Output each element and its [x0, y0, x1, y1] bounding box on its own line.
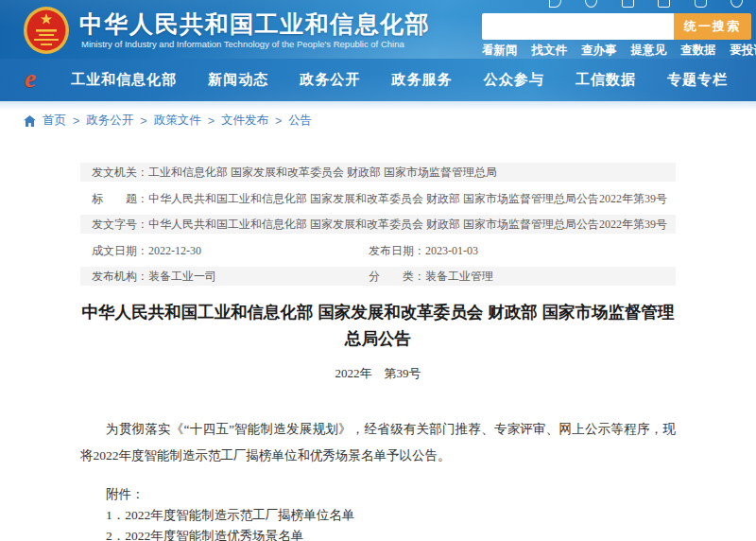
breadcrumb-gov-open[interactable]: 政务公开: [86, 113, 133, 129]
meta-label: 发布日期：: [369, 241, 425, 260]
quick-link-complaint[interactable]: 要投诉: [730, 43, 756, 59]
attachments-section: 附件： 1．2022年度智能制造示范工厂揭榜单位名单 2．2022年度智能制造优…: [80, 484, 676, 541]
breadcrumb-home[interactable]: 首页: [43, 113, 66, 129]
nav-item-miit[interactable]: 工业和信息化部: [71, 71, 177, 89]
meta-value: 装备工业管理: [425, 267, 493, 286]
attachment-item-1[interactable]: 1．2022年度智能制造示范工厂揭榜单位名单: [80, 505, 676, 526]
nav-item-news[interactable]: 新闻动态: [208, 71, 268, 89]
meta-label: 成文日期：: [92, 241, 148, 260]
breadcrumb-separator: >: [140, 114, 146, 128]
attachment-item-2[interactable]: 2．2022年度智能制造优秀场景名单: [80, 526, 676, 541]
site-header: 中华人民共和国工业和信息化部 Ministry of Industry and …: [0, 0, 756, 59]
meta-value: 中华人民共和国工业和信息化部 国家发展和改革委员会 财政部 国家市场监督管理总局…: [148, 189, 667, 208]
miit-e-logo-icon: e: [25, 64, 36, 94]
help-icon[interactable]: [730, 0, 743, 8]
building-icon[interactable]: [622, 0, 634, 8]
document-issue-number: 2022年 第39号: [80, 365, 676, 382]
meta-value: 工业和信息化部 国家发展和改革委员会 财政部 国家市场监督管理总局: [148, 163, 497, 182]
utility-icon-row: [549, 0, 743, 9]
quick-link-documents[interactable]: 找文件: [532, 43, 568, 59]
nav-item-gov-open[interactable]: 政务公开: [300, 71, 360, 89]
nav-item-data[interactable]: 工信数据: [576, 71, 636, 89]
nav-item-participation[interactable]: 公众参与: [484, 71, 544, 89]
meta-label: 分 类：: [369, 267, 425, 286]
search-bar: 统一搜索: [482, 13, 751, 40]
site-subtitle: Ministry of Industry and Information Tec…: [81, 39, 404, 49]
meta-label: 发布机构：: [92, 267, 148, 286]
meta-value: 2023-01-03: [425, 241, 478, 260]
quick-links: 看新闻 找文件 查办事 提意见 查数据 要投诉: [482, 43, 756, 59]
meta-col-publish-date: 发布日期：2023-01-03: [369, 241, 676, 260]
meta-label: 发文字号：: [92, 215, 148, 234]
meta-value: 装备工业一司: [148, 267, 216, 286]
meta-col-publisher: 发布机构：装备工业一司: [92, 267, 369, 286]
page: 中华人民共和国工业和信息化部 Ministry of Industry and …: [0, 0, 756, 541]
meta-value: 中华人民共和国工业和信息化部 国家发展和改革委员会 财政部 国家市场监督管理总局…: [148, 215, 667, 234]
mail-icon[interactable]: [658, 0, 670, 8]
phone-icon[interactable]: [695, 0, 707, 8]
search-button[interactable]: 统一搜索: [674, 13, 751, 40]
home-icon[interactable]: [24, 115, 36, 127]
nav-items: 工业和信息化部 新闻动态 政务公开 政务服务 公众参与 工信数据 专题专栏: [71, 59, 742, 101]
search-input[interactable]: [482, 13, 674, 40]
document-meta-table: 发文机关：工业和信息化部 国家发展和改革委员会 财政部 国家市场监督管理总局 标…: [80, 163, 676, 286]
breadcrumb-policy-files[interactable]: 政策文件: [154, 113, 201, 129]
quick-link-services[interactable]: 查办事: [581, 43, 617, 59]
meta-row-issuing-agency: 发文机关：工业和信息化部 国家发展和改革委员会 财政部 国家市场监督管理总局: [80, 163, 676, 182]
site-title: 中华人民共和国工业和信息化部: [79, 9, 430, 40]
meta-col-category: 分 类：装备工业管理: [369, 267, 676, 286]
meta-row-publisher-category: 发布机构：装备工业一司 分 类：装备工业管理: [80, 267, 676, 286]
meta-row-dates: 成文日期：2022-12-30 发布日期：2023-01-03: [80, 241, 676, 260]
document-content: 发文机关：工业和信息化部 国家发展和改革委员会 财政部 国家市场监督管理总局 标…: [80, 163, 676, 541]
breadcrumb-announcement[interactable]: 公告: [288, 113, 312, 129]
nav-item-gov-service[interactable]: 政务服务: [391, 71, 452, 89]
meta-value: 2022-12-30: [148, 241, 201, 260]
breadcrumb-separator: >: [73, 114, 79, 128]
meta-row-doc-number: 发文字号：中华人民共和国工业和信息化部 国家发展和改革委员会 财政部 国家市场监…: [80, 215, 676, 234]
breadcrumb-separator: >: [275, 114, 282, 128]
breadcrumb-file-release[interactable]: 文件发布: [221, 113, 268, 129]
quick-link-news[interactable]: 看新闻: [482, 43, 518, 59]
meta-row-title: 标 题：中华人民共和国工业和信息化部 国家发展和改革委员会 财政部 国家市场监督…: [80, 189, 676, 208]
meta-label: 标 题：: [92, 189, 148, 208]
meta-label: 发文机关：: [92, 163, 148, 182]
breadcrumb: 首页 > 政务公开 > 政策文件 > 文件发布 > 公告: [24, 113, 312, 129]
main-nav: e 工业和信息化部 新闻动态 政务公开 政务服务 公众参与 工信数据 专题专栏: [0, 59, 756, 101]
nav-bottom-fade: [0, 101, 756, 110]
location-icon[interactable]: [549, 0, 561, 8]
national-emblem-icon: [23, 6, 70, 55]
quick-link-feedback[interactable]: 提意见: [631, 43, 667, 59]
breadcrumb-separator: >: [208, 114, 215, 128]
document-title: 中华人民共和国工业和信息化部 国家发展和改革委员会 财政部 国家市场监督管理总局…: [80, 299, 676, 352]
nav-item-topics[interactable]: 专题专栏: [667, 71, 728, 89]
document-paragraph: 为贯彻落实《“十四五”智能制造发展规划》，经省级有关部门推荐、专家评审、网上公示…: [80, 416, 676, 469]
quick-link-data[interactable]: 查数据: [680, 43, 716, 59]
refresh-icon[interactable]: [585, 0, 597, 8]
attachments-label: 附件：: [80, 484, 676, 505]
meta-col-written-date: 成文日期：2022-12-30: [92, 241, 369, 260]
